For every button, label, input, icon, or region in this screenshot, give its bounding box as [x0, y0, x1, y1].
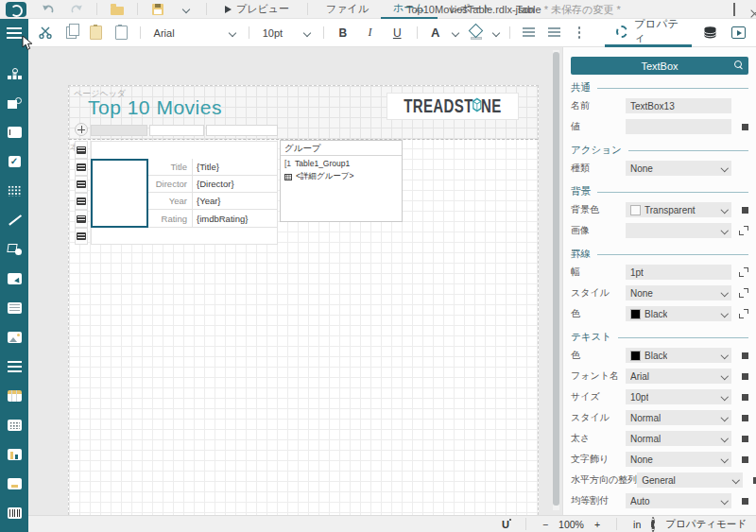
sidebar-item-textbox[interactable] [0, 117, 28, 146]
sidebar-item-grid[interactable] [0, 176, 28, 205]
property-dropdown[interactable]: Black [626, 348, 731, 363]
italic-button[interactable]: I [360, 26, 380, 40]
menu-tab-0[interactable]: ファイル [314, 0, 381, 19]
detail-group-item[interactable]: <詳細グループ> [281, 168, 402, 182]
align-left-button[interactable] [519, 22, 539, 44]
page-header-band[interactable]: ページヘッダ Top 10 Movies TREADSTNE [69, 86, 538, 140]
property-dropdown[interactable]: General [637, 472, 743, 488]
sidebar-item-barcode[interactable] [0, 498, 28, 527]
property-action-button[interactable] [731, 415, 748, 421]
property-dropdown[interactable]: 10pt [626, 389, 731, 404]
tab-data[interactable] [692, 19, 729, 47]
property-dropdown[interactable]: Transparent [626, 202, 731, 217]
table-label-cell[interactable]: Title [148, 159, 193, 176]
save-button[interactable] [147, 2, 168, 17]
table-value-cell[interactable]: {Director} [193, 176, 278, 193]
more-options-button[interactable] [570, 22, 590, 44]
property-dropdown[interactable] [626, 223, 731, 238]
property-dropdown[interactable]: None [626, 452, 731, 467]
property-action-button[interactable] [743, 477, 756, 484]
font-family-dropdown[interactable]: Arial [146, 23, 243, 43]
redo-button[interactable] [66, 2, 87, 17]
sidebar-item-image[interactable] [0, 322, 28, 352]
align-center-button[interactable] [544, 22, 564, 44]
element-type-selector[interactable]: TextBox [571, 57, 748, 75]
property-action-button[interactable] [731, 352, 748, 359]
table-row-handle[interactable] [75, 228, 88, 245]
table-value-cell[interactable]: {imdbRating} [193, 210, 278, 228]
table-column-selector[interactable] [149, 125, 204, 136]
sidebar-item-sparkline[interactable] [0, 469, 28, 498]
report-page[interactable]: ページヘッダ Top 10 Movies TREADSTNE 本文 Title{… [68, 85, 539, 515]
property-action-button[interactable] [731, 436, 748, 442]
table-label-cell[interactable]: Director [148, 176, 193, 193]
table-row-handle[interactable] [75, 141, 88, 159]
sidebar-item-line[interactable] [0, 205, 28, 234]
app-logo-icon[interactable] [6, 2, 26, 17]
property-action-button[interactable] [731, 124, 748, 130]
zoom-in-button[interactable]: + [594, 519, 600, 530]
property-action-button[interactable] [731, 498, 748, 505]
scrollbar-thumb[interactable] [553, 52, 559, 506]
sidebar-item-shape[interactable] [0, 234, 28, 264]
font-size-dropdown[interactable]: 10pt [255, 23, 318, 43]
mode-settings-button[interactable] [651, 519, 655, 530]
expand-button[interactable] [731, 226, 748, 235]
move-handle[interactable] [75, 123, 88, 136]
sidebar-item-subreport[interactable] [0, 264, 28, 293]
property-dropdown[interactable]: Black [626, 306, 731, 321]
vertical-scrollbar[interactable] [553, 50, 559, 510]
zoom-out-button[interactable]: − [542, 519, 548, 530]
table-value-cell[interactable]: {Title} [193, 159, 278, 176]
bold-button[interactable]: B [334, 26, 353, 40]
table-column-selector[interactable] [91, 125, 147, 136]
save-menu-button[interactable] [176, 2, 197, 17]
sidebar-item-table[interactable] [0, 381, 28, 410]
paste-button[interactable] [86, 22, 106, 44]
font-color-menu-button[interactable] [451, 22, 460, 44]
property-dropdown[interactable]: Normal [626, 410, 731, 425]
table-row-handle[interactable] [75, 193, 88, 210]
property-input[interactable] [626, 119, 731, 134]
group-item[interactable]: [1 Table1_Group1 [281, 156, 402, 168]
sidebar-item-matrix[interactable] [0, 410, 28, 439]
table-value-cell[interactable]: {Year} [193, 193, 278, 210]
main-menu-button[interactable] [0, 19, 28, 47]
expand-button[interactable] [731, 267, 748, 277]
snap-toggle-button[interactable]: U [502, 519, 509, 530]
copy-button[interactable] [61, 22, 81, 44]
table-row-handle[interactable] [75, 210, 88, 228]
property-action-button[interactable] [731, 456, 748, 463]
preview-button[interactable]: プレビュー [213, 0, 301, 19]
property-action-button[interactable] [731, 207, 748, 214]
sidebar-item-checkbox[interactable] [0, 146, 28, 176]
table-label-cell[interactable]: Rating [148, 210, 193, 228]
maximize-button[interactable] [733, 4, 735, 15]
property-dropdown[interactable]: Normal [626, 431, 731, 446]
property-action-button[interactable] [731, 394, 748, 401]
property-dropdown[interactable]: None [626, 161, 731, 176]
underline-button[interactable]: U [387, 26, 407, 40]
property-input[interactable]: TextBox13 [626, 98, 731, 113]
font-color-button[interactable]: A [425, 22, 445, 44]
tab-properties[interactable]: プロパティ [605, 19, 692, 47]
property-dropdown[interactable]: None [626, 285, 731, 300]
expand-button[interactable] [731, 288, 748, 298]
property-mode-button[interactable]: プロパティモード [665, 518, 747, 531]
selected-textbox-cell[interactable] [91, 159, 148, 228]
property-input[interactable]: 1pt [626, 265, 731, 280]
unit-selector[interactable]: in [633, 519, 641, 530]
fill-color-menu-button[interactable] [491, 22, 501, 44]
clipboard-button[interactable] [112, 22, 131, 44]
fill-color-button[interactable] [466, 22, 486, 44]
table-row-handle[interactable] [75, 176, 88, 193]
table-column-selector[interactable] [206, 125, 278, 136]
undo-button[interactable] [38, 2, 59, 17]
property-dropdown[interactable]: Arial [626, 369, 731, 384]
expand-button[interactable] [731, 309, 748, 318]
table-control[interactable]: Title{Title}Director{Director}Year{Year}… [75, 141, 278, 245]
table-label-cell[interactable]: Year [148, 193, 193, 210]
open-button[interactable] [107, 2, 128, 17]
sidebar-item-richtext[interactable] [0, 293, 28, 322]
sidebar-item-chart[interactable] [0, 439, 28, 469]
